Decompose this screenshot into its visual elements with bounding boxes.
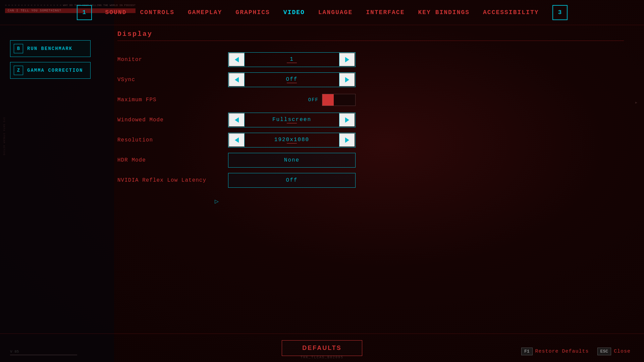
version-number: 85: [14, 350, 19, 354]
nav-item-sound[interactable]: SOUND: [105, 9, 127, 16]
nvidia-reflex-selector[interactable]: Off: [228, 173, 356, 188]
setting-row-vsync: VSync Off: [117, 71, 624, 88]
setting-row-windowed-mode: Windowed Mode Fullscreen: [117, 111, 624, 129]
monitor-control: 1: [228, 52, 356, 67]
hdr-mode-label: HDR Mode: [117, 157, 228, 163]
nav-item-video[interactable]: VIDEO: [283, 9, 305, 16]
setting-row-hdr-mode: HDR Mode None: [117, 152, 624, 169]
hdr-mode-control: None: [228, 153, 356, 168]
monitor-right-icon: [345, 57, 349, 62]
nav-item-controls[interactable]: CONTROLS: [140, 9, 174, 16]
sidebar: B RUN BENCHMARK Z GAMMA CORRECTION: [10, 40, 91, 79]
windowed-left-icon: [235, 117, 239, 123]
nav-item-accessibility[interactable]: ACCESSIBILITY: [483, 9, 539, 16]
nvidia-reflex-value: Off: [286, 177, 298, 183]
vsync-label: VSync: [117, 77, 228, 83]
section-title: Display: [117, 30, 624, 41]
version-info: V 85: [10, 350, 77, 355]
top-nav: 1 SOUND CONTROLS GAMEPLAY GRAPHICS VIDEO…: [0, 0, 644, 25]
close-key: ESC: [597, 348, 611, 355]
resolution-label: Resolution: [117, 137, 228, 143]
gamma-correction-key: Z: [14, 66, 23, 75]
gamma-correction-button[interactable]: Z GAMMA CORRECTION: [10, 62, 91, 79]
left-deco-text: SYS DATA STREAM ACTIVE: [3, 117, 5, 156]
nav-item-graphics[interactable]: GRAPHICS: [235, 9, 270, 16]
close-action: ESC Close: [597, 348, 631, 355]
vsync-arrow-right[interactable]: [339, 73, 355, 87]
windowed-mode-control: Fullscreen: [228, 113, 356, 127]
nav-bracket-left: 1: [77, 5, 92, 20]
nav-item-language[interactable]: LANGUAGE: [318, 9, 353, 16]
fps-slider-fill: [322, 94, 334, 106]
fps-slider-group: OFF: [228, 94, 356, 106]
main-content: Display Monitor 1 VSync: [117, 30, 624, 332]
run-benchmark-button[interactable]: B RUN BENCHMARK: [10, 40, 91, 57]
gamma-correction-label: GAMMA CORRECTION: [27, 68, 83, 73]
run-benchmark-label: RUN BENCHMARK: [27, 46, 72, 51]
windowed-mode-arrow-right[interactable]: [339, 113, 355, 127]
windowed-mode-label: Windowed Mode: [117, 117, 228, 123]
resolution-selector[interactable]: 644x362: [228, 133, 356, 147]
resolution-arrow-right[interactable]: [339, 133, 355, 147]
fps-slider[interactable]: [322, 94, 356, 106]
cursor-indicator: ▷: [215, 197, 219, 205]
resolution-control: 644x362: [228, 133, 356, 147]
close-label: Close: [614, 349, 631, 354]
nvidia-reflex-label: NVIDIA Reflex Low Latency: [117, 177, 228, 183]
windowed-mode-selector[interactable]: Fullscreen: [228, 113, 356, 127]
windowed-right-icon: [345, 117, 349, 123]
monitor-label: Monitor: [117, 57, 228, 63]
setting-row-resolution: Resolution 644x362: [117, 131, 624, 149]
vsync-selector[interactable]: Off: [228, 72, 356, 87]
hdr-mode-selector[interactable]: None: [228, 153, 356, 168]
nav-bracket-right: 3: [552, 5, 568, 20]
vsync-value: Off: [245, 76, 339, 83]
setting-row-monitor: Monitor 1: [117, 51, 624, 68]
max-fps-label: Maximum FPS: [117, 97, 228, 103]
monitor-selector[interactable]: 1: [228, 52, 356, 67]
setting-row-max-fps: Maximum FPS OFF: [117, 91, 624, 109]
setting-row-nvidia-reflex: NVIDIA Reflex Low Latency Off: [117, 172, 624, 189]
windowed-mode-arrow-left[interactable]: [228, 113, 245, 127]
debug-text: THK_TLCAS_B02095: [301, 356, 343, 359]
nav-item-interface[interactable]: INTERFACE: [366, 9, 405, 16]
nvidia-reflex-control: Off: [228, 173, 356, 188]
monitor-arrow-left[interactable]: [228, 53, 245, 67]
monitor-left-icon: [235, 57, 239, 62]
defaults-button[interactable]: DEFAULTS: [282, 340, 362, 356]
resolution-right-icon: [345, 137, 349, 143]
max-fps-control: OFF: [228, 94, 356, 106]
windowed-mode-value: Fullscreen: [245, 117, 339, 123]
vsync-control: Off: [228, 72, 356, 87]
vsync-left-icon: [235, 77, 239, 82]
nav-item-key-bindings[interactable]: KEY BINDINGS: [418, 9, 470, 16]
resolution-left-icon: [235, 137, 239, 143]
version-key: V: [10, 350, 12, 354]
restore-defaults-label: Restore Defaults: [535, 349, 589, 354]
run-benchmark-key: B: [14, 44, 23, 53]
resolution-arrow-left[interactable]: [228, 133, 245, 147]
restore-defaults-key: F1: [521, 348, 533, 355]
vsync-arrow-left[interactable]: [228, 73, 245, 87]
bottom-right-controls: F1 Restore Defaults ESC Close: [521, 348, 631, 355]
vsync-right-icon: [345, 77, 349, 82]
monitor-arrow-right[interactable]: [339, 53, 355, 67]
right-edge-deco: ▶: [635, 101, 637, 105]
monitor-value: 1: [245, 56, 339, 63]
settings-list: Monitor 1 VSync: [117, 51, 624, 189]
nav-item-gameplay[interactable]: GAMEPLAY: [188, 9, 222, 16]
resolution-value: 644x362: [245, 137, 339, 143]
fps-off-label: OFF: [308, 97, 319, 103]
hdr-mode-value: None: [284, 157, 300, 163]
restore-defaults-action: F1 Restore Defaults: [521, 348, 589, 355]
